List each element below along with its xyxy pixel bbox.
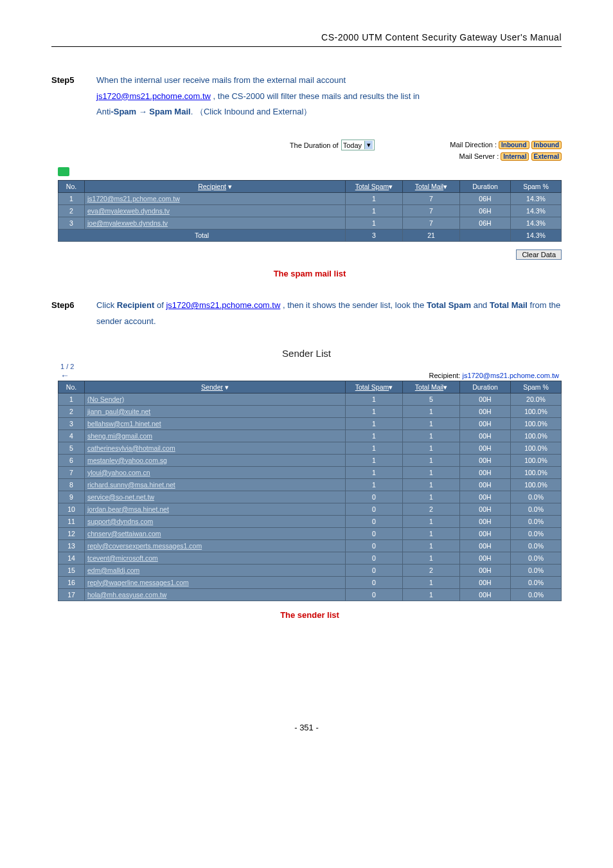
cell-mail: 7 <box>403 205 460 217</box>
col-total-mail[interactable]: Total Mail▾ <box>403 381 460 393</box>
total-spam: 3 <box>346 230 403 242</box>
cell-recipient[interactable]: js1720@ms21.pchome.com.tw <box>85 193 346 205</box>
total-mail: 21 <box>403 230 460 242</box>
cell-pct: 100.0% <box>511 405 562 417</box>
cell-pct: 100.0% <box>511 417 562 429</box>
cell-pct: 100.0% <box>511 454 562 466</box>
table-row: 17 hola@mh.easyuse.com.tw 0 1 00H 0.0% <box>58 588 562 601</box>
s6-link[interactable]: js1720@ms21.pchome.com.tw <box>166 300 280 310</box>
duration-select[interactable]: Today ▾ <box>341 140 375 150</box>
table-row: 12 chnserv@settaiwan.com 0 1 00H 0.0% <box>58 527 562 539</box>
cell-spam: 1 <box>346 478 403 491</box>
cell-no: 2 <box>58 205 85 217</box>
col-total-mail-label: Total Mail <box>415 383 443 391</box>
cell-sender[interactable]: jordan.bear@msa.hinet.net <box>85 503 346 515</box>
cell-sender[interactable]: bellahsw@cm1.hinet.net <box>85 417 346 429</box>
col-total-spam[interactable]: Total Spam▾ <box>346 181 403 193</box>
cell-mail: 1 <box>403 442 460 454</box>
recipient-value: js1720@ms21.pchome.com.tw <box>462 372 559 379</box>
cell-mail: 1 <box>403 478 460 491</box>
cell-dur: 00H <box>460 539 511 552</box>
cell-dur: 00H <box>460 478 511 491</box>
table-row: 8 richard.sunny@msa.hinet.net 1 1 00H 10… <box>58 478 562 491</box>
col-recipient[interactable]: Recipient ▾ <box>85 181 346 193</box>
total-row: Total 3 21 14.3% <box>58 230 562 242</box>
step5-label: Step5 <box>51 73 96 120</box>
cell-spam: 1 <box>346 466 403 478</box>
cell-spam: 0 <box>346 576 403 588</box>
spam-report: The Duration of Today ▾ Mail Direction :… <box>58 140 562 278</box>
table-row: 16 reply@wagerline.messages1.com 0 1 00H… <box>58 576 562 588</box>
cell-no: 3 <box>58 217 85 230</box>
duration-control: The Duration of Today ▾ <box>290 140 375 150</box>
total-dur <box>460 230 511 242</box>
col-total-spam[interactable]: Total Spam▾ <box>346 381 403 393</box>
table-row: 4 sheng.mi@gmail.com 1 1 00H 100.0% <box>58 429 562 442</box>
export-icon[interactable] <box>58 167 69 176</box>
spam-caption: The spam mail list <box>58 269 562 278</box>
cell-mail: 1 <box>403 417 460 429</box>
cell-sender[interactable]: edm@malldj.com <box>85 564 346 576</box>
mail-direction-label: Mail Direction : <box>439 140 497 151</box>
cell-sender[interactable]: support@dyndns.com <box>85 515 346 527</box>
page-number: - 351 - <box>51 723 562 732</box>
cell-no: 16 <box>58 576 85 588</box>
col-sender[interactable]: Sender ▾ <box>85 381 346 393</box>
cell-sender[interactable]: sheng.mi@gmail.com <box>85 429 346 442</box>
col-sender-label: Sender <box>201 383 223 391</box>
cell-sender[interactable]: mestanley@yahoo.com.sg <box>85 454 346 466</box>
cell-sender[interactable]: yloui@yahoo.com.cn <box>85 466 346 478</box>
cell-no: 7 <box>58 466 85 478</box>
cell-sender[interactable]: service@so-net.net.tw <box>85 491 346 503</box>
cell-mail: 1 <box>403 588 460 601</box>
step5-link[interactable]: js1720@ms21.pchome.com.tw <box>96 91 211 101</box>
cell-dur: 00H <box>460 588 511 601</box>
cell-spam: 1 <box>346 442 403 454</box>
cell-sender[interactable]: (No Sender) <box>85 393 346 405</box>
sender-caption: The sender list <box>58 610 562 620</box>
cell-sender[interactable]: tcevent@microsoft.com <box>85 552 346 564</box>
cell-pct: 0.0% <box>511 491 562 503</box>
col-recipient-label: Recipient <box>198 183 226 190</box>
page-header: CS-2000 UTM Content Security Gateway Use… <box>51 32 562 47</box>
duration-label: The Duration of <box>290 141 339 149</box>
back-arrow-icon[interactable]: ← <box>60 370 69 381</box>
cell-sender[interactable]: catherinesylvia@hotmail.com <box>85 442 346 454</box>
cell-spam: 0 <box>346 503 403 515</box>
cell-sender[interactable]: jiann_paul@xuite.net <box>85 405 346 417</box>
table-row: 2 jiann_paul@xuite.net 1 1 00H 100.0% <box>58 405 562 417</box>
pill-internal[interactable]: Internal <box>501 152 529 161</box>
table-row: 13 reply@coversexperts.messages1.com 0 1… <box>58 539 562 552</box>
recipient-line: Recipient: js1720@ms21.pchome.com.tw <box>429 372 559 379</box>
cell-recipient[interactable]: joe@myalexweb.dyndns.tv <box>85 217 346 230</box>
step6-label: Step6 <box>51 298 96 329</box>
cell-dur: 00H <box>460 491 511 503</box>
table-row: 6 mestanley@yahoo.com.sg 1 1 00H 100.0% <box>58 454 562 466</box>
cell-sender[interactable]: chnserv@settaiwan.com <box>85 527 346 539</box>
cell-pct: 0.0% <box>511 515 562 527</box>
cell-mail: 7 <box>403 217 460 230</box>
cell-mail: 1 <box>403 527 460 539</box>
cell-sender[interactable]: richard.sunny@msa.hinet.net <box>85 478 346 491</box>
pill-external[interactable]: External <box>531 152 562 161</box>
clear-data-button[interactable]: Clear Data <box>516 249 562 260</box>
pill-inbound-2[interactable]: Inbound <box>531 141 562 149</box>
table-row: 11 support@dyndns.com 0 1 00H 0.0% <box>58 515 562 527</box>
s6-b1: Recipient <box>117 300 155 310</box>
cell-no: 12 <box>58 527 85 539</box>
cell-recipient[interactable]: eva@myalexweb.dyndns.tv <box>85 205 346 217</box>
cell-mail: 5 <box>403 393 460 405</box>
col-total-mail[interactable]: Total Mail▾ <box>403 181 460 193</box>
cell-mail: 1 <box>403 552 460 564</box>
table-row: 3 joe@myalexweb.dyndns.tv 1 7 06H 14.3% <box>58 217 562 230</box>
cell-sender[interactable]: reply@wagerline.messages1.com <box>85 576 346 588</box>
table-row: 3 bellahsw@cm1.hinet.net 1 1 00H 100.0% <box>58 417 562 429</box>
cell-no: 17 <box>58 588 85 601</box>
cell-pct: 0.0% <box>511 527 562 539</box>
pill-inbound-1[interactable]: Inbound <box>499 141 529 149</box>
table-row: 2 eva@myalexweb.dyndns.tv 1 7 06H 14.3% <box>58 205 562 217</box>
cell-sender[interactable]: reply@coversexperts.messages1.com <box>85 539 346 552</box>
total-label: Total <box>58 230 346 242</box>
cell-sender[interactable]: hola@mh.easyuse.com.tw <box>85 588 346 601</box>
col-total-mail-label: Total Mail <box>415 183 443 190</box>
